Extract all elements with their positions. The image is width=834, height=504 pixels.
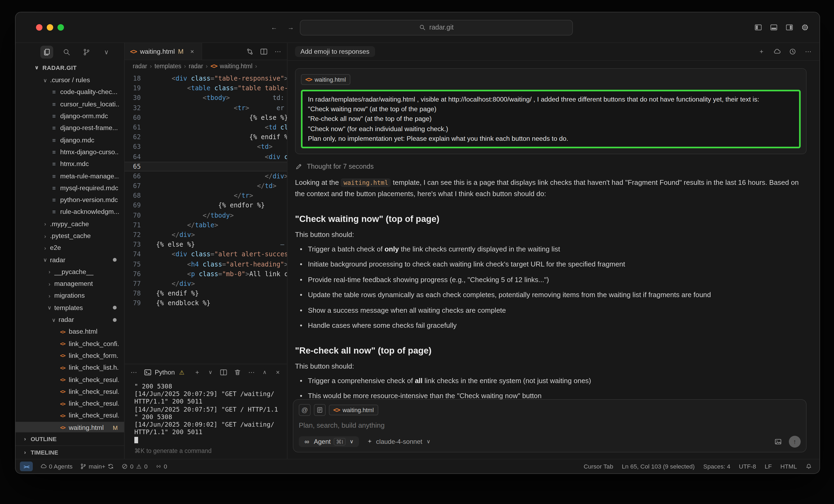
layout-sidebar-left-icon[interactable] [754,24,762,31]
tree-item[interactable]: ≡cursor_rules_locati... [16,98,124,110]
code-editor[interactable]: 18 <div class="table-responsive">19 <tab… [125,72,287,364]
trash-icon[interactable] [234,369,241,376]
activity-source-control[interactable] [80,46,93,59]
image-icon[interactable] [774,438,782,445]
tree-item[interactable]: ≡django-orm.mdc [16,110,124,122]
tree-item[interactable]: ≡htmx.mdc [16,158,124,170]
language-mode-status[interactable]: HTML [780,463,797,469]
thought-row[interactable]: Thought for 7 seconds [295,163,807,170]
code-line[interactable]: 67 </td> [125,181,287,191]
indentation-status[interactable]: Spaces: 4 [703,463,730,469]
code-line[interactable]: 77 </div> [125,279,287,288]
tree-item[interactable]: ›.pytest_cache [16,230,124,242]
tree-item[interactable]: ≡django.mdc [16,134,124,146]
command-search-bar[interactable]: radar.git [300,20,573,35]
code-line[interactable]: 62 {% endif %} [125,132,287,142]
breadcrumb-item[interactable]: templates [154,63,181,69]
tree-item[interactable]: ›.mypy_cache [16,218,124,230]
tree-item[interactable]: ∨.cursor / rules [16,74,124,86]
tree-item[interactable]: ≡mysql-required.mdc [16,182,124,194]
code-line[interactable]: 61 <td class="text-muted"> [125,123,287,132]
split-editor-icon[interactable] [260,47,268,55]
panel-up-icon[interactable]: ∧ [262,369,268,375]
code-line[interactable]: 69 {% endfor %} [125,201,287,210]
encoding-status[interactable]: UTF-8 [739,463,756,469]
more-icon[interactable]: ⋯ [274,47,282,55]
tree-item[interactable]: <>link_check_resul... [16,374,124,386]
code-line[interactable]: 64 <div class="btn-group"> [125,152,287,161]
terminal-tab-python[interactable]: Python ⚠ [144,369,186,376]
tree-item[interactable]: ∨radar [16,254,124,266]
send-button[interactable]: ↑ [789,436,801,447]
chat-input-box[interactable]: @ <> waiting.html Plan, search, build an… [293,399,807,453]
tree-item[interactable]: <>link_check_resul... [16,410,124,422]
tree-item[interactable]: <>link_check_list.h... [16,361,124,374]
outline-section[interactable]: › OUTLINE [16,432,124,445]
breadcrumb-item[interactable]: radar [189,63,203,69]
gear-icon[interactable] [801,24,809,31]
more-icon[interactable]: ⋯ [130,369,137,376]
file-chip[interactable]: <> waiting.html [301,74,350,85]
problems-status[interactable]: 0 ⚠ 0 [122,463,148,469]
bell-icon[interactable] [806,463,812,469]
history-icon[interactable] [789,48,796,56]
tree-item[interactable]: ›__pycache__ [16,266,124,278]
code-line[interactable]: 72 </div> [125,230,287,240]
tree-item[interactable]: ≡code-quality-chec... [16,86,124,98]
layout-sidebar-right-icon[interactable] [786,24,793,31]
context-card-button[interactable] [314,404,326,416]
code-line[interactable]: 71 </table> [125,220,287,230]
code-line[interactable]: 65 [125,161,287,171]
chevron-down-icon[interactable]: ∨ [207,369,213,375]
zoom-window-button[interactable] [58,24,64,30]
cloud-icon[interactable] [773,48,781,56]
code-line[interactable]: 78 {% endif %} [125,288,287,298]
forward-icon[interactable]: → [287,24,294,31]
git-branch-status[interactable]: main+ [80,463,114,469]
activity-explorer[interactable] [40,46,53,59]
activity-more[interactable]: ∨ [100,46,113,59]
tree-item[interactable]: ∨radar [16,314,124,326]
close-icon[interactable]: × [188,47,196,55]
tree-item[interactable]: ›management [16,278,124,290]
layout-panel-icon[interactable] [770,24,777,31]
cursor-position-status[interactable]: Ln 65, Col 103 (9 selected) [622,463,695,469]
code-line[interactable]: 60 {% else %} [125,113,287,123]
tree-item[interactable]: ≡python-version.mdc [16,194,124,206]
code-line[interactable]: 73 {% else %}— [125,240,287,249]
code-line[interactable]: 70 </tbody> [125,210,287,220]
tree-item[interactable]: ≡htmx-django-curso... [16,146,124,158]
close-window-button[interactable] [36,24,42,30]
tree-item[interactable]: ≡meta-rule-manage... [16,170,124,182]
workspace-root[interactable]: ∨ RADAR.GIT [16,61,124,74]
plus-icon[interactable]: + [758,48,765,56]
tree-item[interactable]: ≡django-rest-frame... [16,122,124,134]
breadcrumb-item[interactable]: waiting.html [220,63,252,69]
code-line[interactable]: 66 </div> [125,171,287,181]
timeline-section[interactable]: › TIMELINE [16,445,124,459]
code-line[interactable]: 74 <div class="alert alert-success"> [125,249,287,259]
breadcrumb-item[interactable]: radar [133,63,147,69]
tab-waiting-html[interactable]: <> waiting.html M × [125,43,202,60]
tree-item[interactable]: <>link_check_resul... [16,386,124,398]
ports-status[interactable]: 0 [155,463,167,469]
mode-selector[interactable]: ∞ Agent ⌘I ∨ [299,436,359,447]
eol-status[interactable]: LF [765,463,772,469]
tree-item[interactable]: <>base.html [16,326,124,338]
plus-icon[interactable]: + [194,369,201,376]
tree-item[interactable]: ≡rule-acknowledgm... [16,206,124,218]
tree-item[interactable]: ›e2e [16,242,124,254]
code-line[interactable]: 32 <tr>er [125,103,287,113]
more-icon[interactable]: ⋯ [805,48,812,56]
remote-indicator[interactable]: >< [20,462,33,471]
tree-item[interactable]: ›migrations [16,290,124,302]
code-line[interactable]: 76 <p class="mb-0">All link checks are u… [125,269,287,279]
file-tree[interactable]: ∨.cursor / rules≡code-quality-chec...≡cu… [16,74,124,432]
more-icon[interactable]: ⋯ [248,369,255,376]
split-editor-icon[interactable] [220,369,227,376]
chat-title-tab[interactable]: Add emoji to responses [295,46,375,57]
tree-item[interactable]: <>link_check_resul... [16,398,124,410]
code-line[interactable]: 79 {% endblock %} [125,299,287,308]
add-context-button[interactable]: @ [299,404,311,416]
activity-search[interactable] [60,46,73,59]
